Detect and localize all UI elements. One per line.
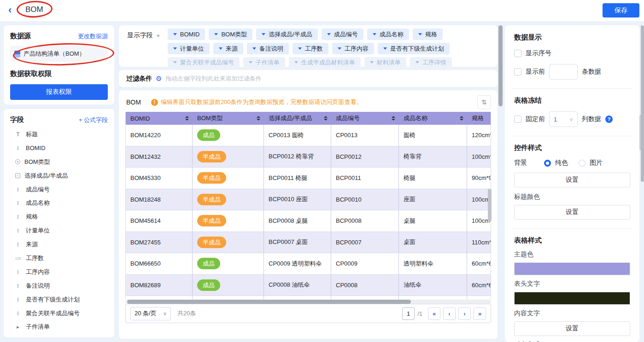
field-chip-bom-type[interactable]: BOM类型 — [209, 29, 252, 40]
field-chip-has-subplan[interactable]: 是否有下级生成计划 — [378, 43, 450, 54]
field-chip-material-list-disabled[interactable]: 材料清单 — [364, 57, 406, 68]
content-text-set-button[interactable]: 设置 — [514, 321, 630, 336]
cell-code: CP0008 — [331, 275, 399, 296]
next-page-button[interactable]: › — [458, 307, 471, 320]
page-number-input[interactable] — [402, 307, 415, 320]
show-first-count-input[interactable] — [549, 64, 578, 80]
cell-code: CP0013 — [331, 125, 399, 146]
column-header-spec[interactable]: 规格 — [467, 112, 491, 125]
field-chip-remark[interactable]: 备注说明 — [247, 43, 289, 54]
freeze-checkbox[interactable] — [514, 116, 521, 123]
number-field-icon — [14, 255, 22, 262]
status-badge: 半成品 — [197, 215, 226, 226]
datasource-item[interactable]: 产品结构清单（BOM） — [10, 46, 108, 62]
cell-select: BCP0010 座面 — [264, 189, 331, 210]
background-set-button[interactable]: 设置 — [514, 173, 630, 187]
column-header-select-product[interactable]: 选择成品/半成品 — [264, 112, 331, 125]
column-header-product-code[interactable]: 成品编号 — [331, 112, 399, 125]
field-item-title[interactable]: 标题 — [10, 128, 108, 141]
field-item-bom-type[interactable]: BOM类型 — [10, 155, 108, 169]
table-row[interactable]: BOM14220 成品 CP0013 圆椅 CP0013 圆椅 120cm* — [126, 125, 491, 146]
table-row[interactable]: BOM12432 半成品 BCP0012 椅靠背 BCP0012 椅靠背 100… — [126, 146, 491, 168]
field-item-remark[interactable]: 备注说明 — [10, 279, 108, 293]
sort-order-button[interactable]: ⇅ — [477, 95, 491, 109]
header-text-color-swatch[interactable] — [514, 292, 630, 305]
field-item-spec[interactable]: 规格 — [10, 210, 108, 224]
field-chip-source[interactable]: 来源 — [213, 43, 243, 54]
first-page-button[interactable]: « — [428, 307, 440, 320]
field-item-agg-code[interactable]: 聚合关联半成品编号 — [10, 307, 108, 320]
filter-panel[interactable]: 过滤条件 ⚙ 拖动左侧字段到此处来添加过滤条件 — [119, 70, 498, 87]
report-permission-button[interactable]: 报表权限 — [10, 84, 108, 100]
table-row[interactable]: BOM45330 半成品 BCP0011 椅腿 BCP0011 椅腿 90cm*… — [126, 168, 491, 189]
middle-column-scrollbar[interactable] — [498, 25, 503, 106]
table-row[interactable]: BOM27455 半成品 BCP0007 桌面 BCP0007 桌面 110cm… — [126, 232, 491, 254]
cell-bom-type: 半成品 — [193, 189, 264, 210]
table-style-title: 表格样式 — [514, 236, 630, 245]
table-row[interactable]: BOM66650 成品 CP0009 透明塑料伞 CP0009 透明塑料伞 60… — [126, 253, 491, 275]
prev-page-button[interactable]: ‹ — [443, 307, 456, 320]
table-vertical-scrollbar[interactable] — [488, 189, 492, 222]
field-item-select-product[interactable]: 选择成品/半成品 — [10, 169, 108, 183]
cell-bom-type: 成品 — [193, 253, 264, 274]
field-item-source[interactable]: 来源 — [10, 238, 108, 251]
field-item-subitem-list[interactable]: 子件清单 — [10, 320, 108, 334]
field-item-process-content[interactable]: 工序内容 — [10, 265, 108, 279]
help-icon[interactable]: ? — [605, 116, 613, 123]
sort-arrows-icon[interactable] — [392, 116, 395, 121]
field-chip-spec[interactable]: 规格 — [413, 29, 443, 40]
save-button[interactable]: 保存 — [603, 3, 639, 17]
add-formula-field-link[interactable]: + 公式字段 — [79, 116, 108, 124]
solid-color-radio[interactable] — [544, 160, 551, 167]
field-chip-gen-material-list-disabled[interactable]: 生成半成品材料清单 — [289, 57, 361, 68]
image-radio[interactable] — [579, 160, 585, 167]
cell-empty — [331, 296, 399, 299]
field-item-product-name[interactable]: 成品名称 — [10, 196, 108, 210]
page-title[interactable]: BOM — [25, 5, 43, 14]
field-chip-bomid[interactable]: BOMID — [168, 29, 205, 40]
column-label: BOMID — [130, 115, 150, 122]
header-text-label: 表头文字 — [514, 280, 630, 288]
field-chip-select-product[interactable]: 选择成品/半成品 — [256, 29, 318, 40]
field-item-has-subplan[interactable]: 是否有下级生成计划 — [10, 293, 108, 307]
sort-arrows-icon[interactable] — [460, 116, 463, 121]
field-chip-unit[interactable]: 计量单位 — [168, 43, 210, 54]
freeze-count-select[interactable]: 1 ∨ — [549, 111, 578, 127]
sort-arrows-icon[interactable] — [185, 116, 189, 121]
field-item-process-count[interactable]: 工序数 — [10, 251, 108, 265]
gear-icon[interactable]: ⚙ — [156, 75, 162, 82]
sort-arrows-icon[interactable] — [324, 116, 328, 121]
table-row[interactable]: BOM18248 半成品 BCP0010 座面 BCP0010 座面 100cm… — [126, 189, 491, 211]
field-chip-process-count[interactable]: 工序数 — [293, 43, 328, 54]
column-header-bom-type[interactable]: BOM类型 — [193, 112, 264, 125]
theme-color-swatch[interactable] — [514, 262, 630, 275]
status-badge: 成品 — [197, 258, 220, 269]
page-size-select[interactable]: 20 条/页 ∨ — [130, 307, 171, 320]
field-item-bomid[interactable]: BOMID — [10, 141, 108, 155]
table-row[interactable]: BOM82689 成品 CP0008 油纸伞 CP0008 油纸伞 60cm*6 — [126, 275, 491, 296]
change-datasource-link[interactable]: 更改数据源 — [78, 32, 108, 41]
show-index-checkbox[interactable] — [514, 50, 521, 57]
back-icon[interactable]: ‹ — [8, 5, 12, 16]
last-page-button[interactable]: » — [474, 307, 486, 320]
column-header-product-name[interactable]: 成品名称 — [399, 112, 467, 125]
field-chip-process-detail-disabled[interactable]: 工序详情 — [410, 57, 452, 68]
field-label: 聚合关联半成品编号 — [26, 309, 80, 318]
show-first-checkbox[interactable] — [514, 68, 521, 75]
window-scrollbar[interactable] — [641, 25, 644, 182]
title-color-set-button[interactable]: 设置 — [514, 205, 630, 220]
table-horizontal-scrollbar[interactable] — [127, 300, 411, 304]
field-chip-product-code[interactable]: 成品编号 — [322, 29, 363, 40]
sort-arrows-icon[interactable] — [257, 116, 260, 121]
field-item-product-code[interactable]: 成品编号 — [10, 183, 108, 197]
cell-bomid: BOM45614 — [126, 210, 193, 232]
add-display-field-icon[interactable]: + — [156, 31, 160, 67]
field-chip-process-content[interactable]: 工序内容 — [332, 43, 374, 54]
field-chip-subitem-list-disabled[interactable]: 子件清单 — [243, 57, 285, 68]
field-label: BOMID — [26, 145, 46, 151]
table-row[interactable]: BOM45614 半成品 BCP0008 桌腿 BCP0008 桌腿 100cm… — [126, 210, 491, 232]
field-chip-agg-code-disabled[interactable]: 聚合关联半成品编号 — [168, 57, 240, 68]
field-item-unit[interactable]: 计量单位 — [10, 224, 108, 238]
column-header-bomid[interactable]: BOMID — [126, 112, 193, 125]
field-chip-product-name[interactable]: 成品名称 — [367, 29, 409, 40]
